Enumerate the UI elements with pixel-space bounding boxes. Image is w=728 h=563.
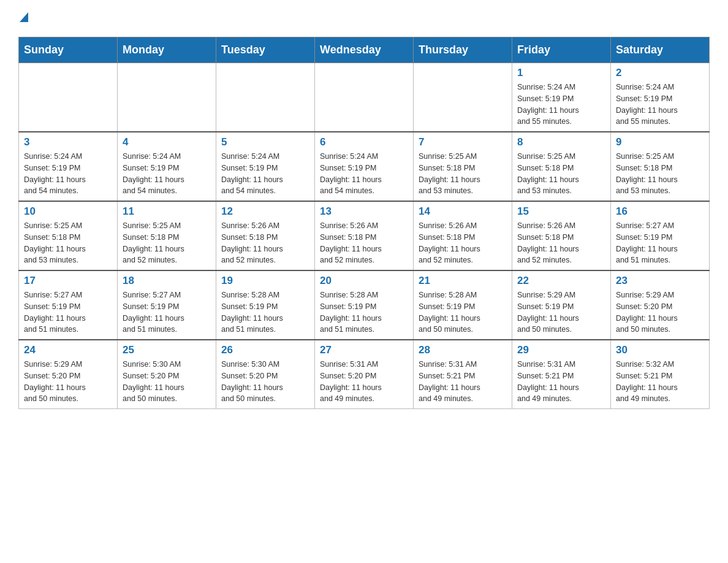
day-number: 28 [419, 344, 507, 356]
day-number: 29 [517, 344, 605, 356]
col-saturday: Saturday [611, 37, 710, 63]
day-number: 9 [616, 136, 704, 148]
day-number: 23 [616, 275, 704, 287]
day-info: Sunrise: 5:28 AMSunset: 5:19 PMDaylight:… [320, 289, 408, 335]
day-info: Sunrise: 5:24 AMSunset: 5:19 PMDaylight:… [616, 82, 704, 128]
day-number: 12 [221, 205, 309, 218]
day-number: 14 [419, 205, 507, 218]
day-number: 20 [320, 275, 408, 287]
calendar-cell: 4Sunrise: 5:24 AMSunset: 5:19 PMDaylight… [118, 132, 216, 201]
day-info: Sunrise: 5:28 AMSunset: 5:19 PMDaylight:… [419, 289, 507, 335]
day-number: 15 [517, 205, 605, 218]
calendar-week-row: 3Sunrise: 5:24 AMSunset: 5:19 PMDaylight… [19, 132, 710, 201]
day-info: Sunrise: 5:27 AMSunset: 5:19 PMDaylight:… [123, 289, 211, 335]
day-number: 13 [320, 205, 408, 218]
day-number: 7 [419, 136, 507, 148]
calendar-cell: 8Sunrise: 5:25 AMSunset: 5:18 PMDaylight… [512, 132, 611, 201]
day-number: 18 [123, 275, 211, 287]
calendar-cell: 14Sunrise: 5:26 AMSunset: 5:18 PMDayligh… [414, 201, 512, 270]
day-number: 3 [24, 136, 112, 148]
day-number: 22 [517, 275, 605, 287]
day-info: Sunrise: 5:31 AMSunset: 5:20 PMDaylight:… [320, 359, 408, 405]
day-info: Sunrise: 5:26 AMSunset: 5:18 PMDaylight:… [320, 220, 408, 266]
calendar-cell: 30Sunrise: 5:32 AMSunset: 5:21 PMDayligh… [611, 340, 710, 409]
calendar-cell: 7Sunrise: 5:25 AMSunset: 5:18 PMDaylight… [414, 132, 512, 201]
day-info: Sunrise: 5:30 AMSunset: 5:20 PMDaylight:… [123, 359, 211, 405]
calendar-cell: 12Sunrise: 5:26 AMSunset: 5:18 PMDayligh… [216, 201, 315, 270]
day-number: 5 [221, 136, 309, 148]
page-header [18, 12, 710, 25]
day-number: 25 [123, 344, 211, 356]
logo-icon [20, 12, 28, 25]
calendar-cell: 15Sunrise: 5:26 AMSunset: 5:18 PMDayligh… [512, 201, 611, 270]
calendar-table: Sunday Monday Tuesday Wednesday Thursday… [18, 37, 710, 409]
logo [18, 12, 28, 25]
calendar-cell: 1Sunrise: 5:24 AMSunset: 5:19 PMDaylight… [512, 63, 611, 132]
calendar-cell: 20Sunrise: 5:28 AMSunset: 5:19 PMDayligh… [315, 270, 414, 340]
col-friday: Friday [512, 37, 611, 63]
calendar-cell: 27Sunrise: 5:31 AMSunset: 5:20 PMDayligh… [315, 340, 414, 409]
calendar-cell: 28Sunrise: 5:31 AMSunset: 5:21 PMDayligh… [414, 340, 512, 409]
calendar-cell: 25Sunrise: 5:30 AMSunset: 5:20 PMDayligh… [118, 340, 216, 409]
day-info: Sunrise: 5:25 AMSunset: 5:18 PMDaylight:… [24, 220, 112, 266]
calendar-cell: 29Sunrise: 5:31 AMSunset: 5:21 PMDayligh… [512, 340, 611, 409]
day-info: Sunrise: 5:27 AMSunset: 5:19 PMDaylight:… [24, 289, 112, 335]
calendar-cell: 17Sunrise: 5:27 AMSunset: 5:19 PMDayligh… [19, 270, 118, 340]
day-info: Sunrise: 5:25 AMSunset: 5:18 PMDaylight:… [616, 151, 704, 197]
calendar-cell: 11Sunrise: 5:25 AMSunset: 5:18 PMDayligh… [118, 201, 216, 270]
logo-arrow-icon [20, 12, 28, 22]
calendar-cell: 21Sunrise: 5:28 AMSunset: 5:19 PMDayligh… [414, 270, 512, 340]
day-number: 10 [24, 205, 112, 218]
col-thursday: Thursday [414, 37, 512, 63]
day-info: Sunrise: 5:26 AMSunset: 5:18 PMDaylight:… [221, 220, 309, 266]
day-number: 19 [221, 275, 309, 287]
calendar-cell: 23Sunrise: 5:29 AMSunset: 5:20 PMDayligh… [611, 270, 710, 340]
calendar-cell: 2Sunrise: 5:24 AMSunset: 5:19 PMDaylight… [611, 63, 710, 132]
calendar-cell: 5Sunrise: 5:24 AMSunset: 5:19 PMDaylight… [216, 132, 315, 201]
day-number: 30 [616, 344, 704, 356]
day-number: 24 [24, 344, 112, 356]
calendar-cell: 9Sunrise: 5:25 AMSunset: 5:18 PMDaylight… [611, 132, 710, 201]
day-number: 21 [419, 275, 507, 287]
calendar-cell [315, 63, 414, 132]
day-info: Sunrise: 5:25 AMSunset: 5:18 PMDaylight:… [123, 220, 211, 266]
calendar-week-row: 17Sunrise: 5:27 AMSunset: 5:19 PMDayligh… [19, 270, 710, 340]
day-number: 8 [517, 136, 605, 148]
calendar-week-row: 24Sunrise: 5:29 AMSunset: 5:20 PMDayligh… [19, 340, 710, 409]
day-info: Sunrise: 5:29 AMSunset: 5:20 PMDaylight:… [616, 289, 704, 335]
calendar-cell: 26Sunrise: 5:30 AMSunset: 5:20 PMDayligh… [216, 340, 315, 409]
calendar-cell: 10Sunrise: 5:25 AMSunset: 5:18 PMDayligh… [19, 201, 118, 270]
col-tuesday: Tuesday [216, 37, 315, 63]
day-number: 1 [517, 67, 605, 79]
day-info: Sunrise: 5:25 AMSunset: 5:18 PMDaylight:… [419, 151, 507, 197]
col-monday: Monday [118, 37, 216, 63]
calendar-cell: 19Sunrise: 5:28 AMSunset: 5:19 PMDayligh… [216, 270, 315, 340]
day-info: Sunrise: 5:24 AMSunset: 5:19 PMDaylight:… [517, 82, 605, 128]
day-info: Sunrise: 5:26 AMSunset: 5:18 PMDaylight:… [517, 220, 605, 266]
day-info: Sunrise: 5:24 AMSunset: 5:19 PMDaylight:… [221, 151, 309, 197]
calendar-cell: 22Sunrise: 5:29 AMSunset: 5:19 PMDayligh… [512, 270, 611, 340]
day-number: 17 [24, 275, 112, 287]
day-number: 2 [616, 67, 704, 79]
weekday-header-row: Sunday Monday Tuesday Wednesday Thursday… [19, 37, 710, 63]
calendar-cell: 18Sunrise: 5:27 AMSunset: 5:19 PMDayligh… [118, 270, 216, 340]
col-wednesday: Wednesday [315, 37, 414, 63]
calendar-cell: 24Sunrise: 5:29 AMSunset: 5:20 PMDayligh… [19, 340, 118, 409]
day-info: Sunrise: 5:24 AMSunset: 5:19 PMDaylight:… [24, 151, 112, 197]
calendar-cell: 13Sunrise: 5:26 AMSunset: 5:18 PMDayligh… [315, 201, 414, 270]
day-info: Sunrise: 5:29 AMSunset: 5:20 PMDaylight:… [24, 359, 112, 405]
calendar-cell: 16Sunrise: 5:27 AMSunset: 5:19 PMDayligh… [611, 201, 710, 270]
calendar-cell [414, 63, 512, 132]
day-info: Sunrise: 5:31 AMSunset: 5:21 PMDaylight:… [419, 359, 507, 405]
day-info: Sunrise: 5:25 AMSunset: 5:18 PMDaylight:… [517, 151, 605, 197]
day-number: 16 [616, 205, 704, 218]
day-info: Sunrise: 5:24 AMSunset: 5:19 PMDaylight:… [320, 151, 408, 197]
day-number: 11 [123, 205, 211, 218]
calendar-cell [19, 63, 118, 132]
day-info: Sunrise: 5:30 AMSunset: 5:20 PMDaylight:… [221, 359, 309, 405]
day-info: Sunrise: 5:26 AMSunset: 5:18 PMDaylight:… [419, 220, 507, 266]
day-info: Sunrise: 5:29 AMSunset: 5:19 PMDaylight:… [517, 289, 605, 335]
day-number: 26 [221, 344, 309, 356]
day-info: Sunrise: 5:28 AMSunset: 5:19 PMDaylight:… [221, 289, 309, 335]
calendar-cell: 3Sunrise: 5:24 AMSunset: 5:19 PMDaylight… [19, 132, 118, 201]
